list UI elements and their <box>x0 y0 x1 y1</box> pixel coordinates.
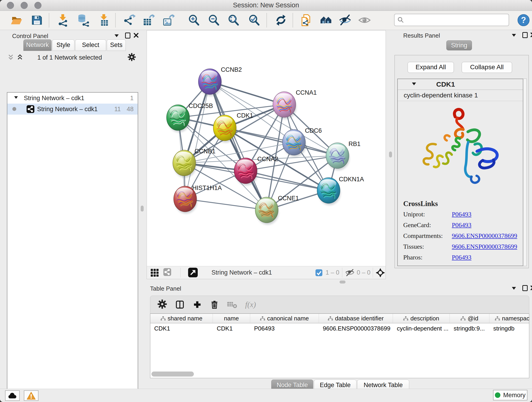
expand-all-button[interactable]: Expand All <box>408 62 454 73</box>
splitter-handle[interactable] <box>141 206 144 211</box>
network-node-cdc6[interactable] <box>283 129 306 157</box>
section-collapse-icon[interactable] <box>412 83 416 87</box>
crosslink-link[interactable]: 9606.ENSP00000378699 <box>452 232 517 240</box>
import-table-button[interactable] <box>97 13 110 27</box>
network-row-selected[interactable]: String Network – cdk1 11 48 <box>7 104 138 115</box>
trash-icon[interactable] <box>210 300 219 309</box>
tab-network[interactable]: Network <box>23 39 51 51</box>
delete-table-icon[interactable] <box>227 300 237 309</box>
crosslink-link[interactable]: P06493 <box>452 211 472 218</box>
gene-section-header[interactable]: CDK1 <box>398 79 523 90</box>
gear-icon[interactable] <box>157 299 167 310</box>
grid-view-icon[interactable] <box>150 268 159 277</box>
warnings-button[interactable] <box>24 390 38 401</box>
titlebar[interactable]: Session: New Session <box>0 0 532 11</box>
network-type-icon[interactable] <box>163 268 171 277</box>
export-image-button[interactable] <box>162 13 175 27</box>
export-table-button[interactable] <box>142 13 155 27</box>
edge-HIST1H1A-CCNE1[interactable] <box>185 199 267 210</box>
zoom-selected-button[interactable] <box>247 13 261 27</box>
crosslink-link[interactable]: 9606.ENSP00000378699 <box>452 243 517 250</box>
zoom-in-button[interactable] <box>187 13 201 27</box>
first-neighbors-button[interactable] <box>319 13 333 27</box>
table-cell: cyclin-dependent ... <box>393 323 450 333</box>
close-panel-icon[interactable] <box>530 32 532 37</box>
splitter-handle[interactable] <box>389 152 392 157</box>
panel-menu-icon[interactable] <box>114 34 119 39</box>
duplicate-network-button[interactable] <box>299 13 313 27</box>
tab-select[interactable]: Select <box>75 39 106 51</box>
float-panel-icon[interactable] <box>125 32 130 38</box>
zoom-out-button[interactable] <box>207 13 220 27</box>
column-header-database-identifier[interactable]: database identifier <box>319 314 393 323</box>
selected-checkbox-icon[interactable] <box>316 269 322 276</box>
columns-icon[interactable] <box>175 300 185 309</box>
show-all-button[interactable] <box>358 13 371 27</box>
close-panel-icon[interactable] <box>133 33 139 38</box>
column-header-canonical-name[interactable]: canonical name <box>250 314 319 323</box>
import-network-database-button[interactable] <box>76 13 90 27</box>
save-session-button[interactable] <box>30 13 44 27</box>
network-node-ccne1[interactable] <box>255 197 279 225</box>
column-header-name[interactable]: name <box>213 314 250 323</box>
zoom-fit-button[interactable] <box>227 13 240 27</box>
tab-sets[interactable]: Sets <box>107 39 126 51</box>
network-collection-row[interactable]: String Network – cdk1 1 <box>7 93 138 104</box>
memory-button[interactable]: Memory <box>493 390 527 400</box>
function-builder-button[interactable]: f(x) <box>245 300 256 309</box>
network-node-cdk1[interactable] <box>213 115 237 143</box>
gear-icon[interactable] <box>127 53 136 62</box>
birdseye-crosshair-icon[interactable] <box>375 268 385 278</box>
float-panel-icon[interactable] <box>522 32 528 38</box>
float-panel-icon[interactable] <box>522 285 528 291</box>
update-network-button[interactable] <box>274 13 288 27</box>
search-input[interactable] <box>394 14 509 26</box>
network-node-cdc25b[interactable] <box>167 105 190 132</box>
results-scrollbar[interactable] <box>523 79 527 266</box>
crosslink-row: Compartments:9606.ENSP00000378699 <box>403 230 523 241</box>
network-node-ccnb2[interactable] <box>198 69 222 96</box>
protein-structure-figure <box>398 101 523 200</box>
crosslink-link[interactable]: P06493 <box>452 221 472 229</box>
tab-style[interactable]: Style <box>52 39 75 51</box>
panel-menu-icon[interactable] <box>512 287 516 292</box>
node-label-cdc6: CDC6 <box>305 127 322 134</box>
toolbar-separator <box>342 268 342 278</box>
hide-selected-button[interactable] <box>338 13 352 27</box>
collapse-all-button[interactable]: Collapse All <box>462 62 512 73</box>
tree-expand-icon[interactable] <box>14 96 18 101</box>
crosslink-link[interactable]: P06493 <box>452 254 472 261</box>
table-cell: P06493 <box>250 323 319 333</box>
detach-view-icon[interactable] <box>188 268 198 277</box>
column-header-@id[interactable]: @id <box>450 314 489 323</box>
column-label: @id <box>468 315 478 322</box>
toolbar-separator <box>180 268 181 278</box>
panel-menu-icon[interactable] <box>512 34 516 39</box>
hidden-eye-slash-icon[interactable] <box>345 269 355 276</box>
column-header-shared-name[interactable]: shared name <box>150 314 213 323</box>
network-node-ccnb1[interactable] <box>173 150 196 178</box>
horizontal-scrollbar-thumb[interactable] <box>152 371 194 376</box>
help-icon: ? <box>517 14 530 27</box>
column-header-description[interactable]: description <box>393 314 450 323</box>
tab-string[interactable]: String <box>446 40 472 51</box>
node-label-ccna2: CCNA2 <box>257 156 278 162</box>
import-network-button[interactable] <box>56 13 70 27</box>
network-canvas[interactable]: CCNB2CCNA1CDC25BCDK1CDC6RB1CCNB1CCNA2CDK… <box>147 31 386 267</box>
edge-count: 48 <box>127 104 133 115</box>
open-session-button[interactable] <box>10 13 23 27</box>
network-node-cdkn1a[interactable] <box>317 178 341 205</box>
cloud-button[interactable] <box>5 390 20 401</box>
network-node-ccna2[interactable] <box>234 158 258 185</box>
close-panel-icon[interactable] <box>530 285 532 290</box>
table-row[interactable]: CDK1CDK1P064939606.ENSP00000378699cyclin… <box>150 323 529 333</box>
add-column-icon[interactable] <box>192 300 202 309</box>
network-node-rb1[interactable] <box>326 143 349 170</box>
column-header-namespac[interactable]: namespac <box>489 314 529 323</box>
export-network-button[interactable] <box>123 13 136 27</box>
import-network-icon <box>56 14 69 27</box>
network-view-panel: CCNB2CCNA1CDC25BCDK1CDC6RB1CCNB1CCNA2CDK… <box>147 30 386 279</box>
help-button[interactable]: ? <box>517 13 530 27</box>
network-node-ccna1[interactable] <box>273 92 296 119</box>
splitter-handle[interactable] <box>340 281 346 283</box>
